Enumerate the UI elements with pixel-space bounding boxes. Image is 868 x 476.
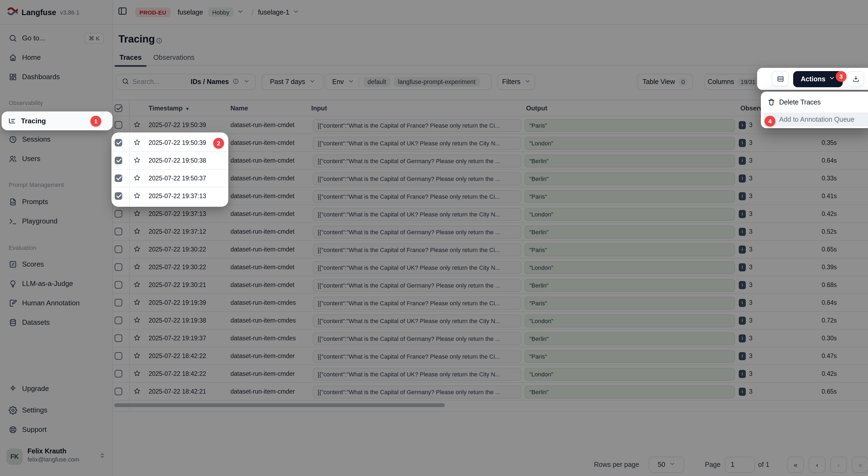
annotation-mark-3: 3 [836,71,846,82]
row-checkbox-checked[interactable] [115,139,122,147]
actions-button[interactable]: Actions [793,71,843,87]
annotation-mark-4: 4 [765,116,775,127]
selected-table-row[interactable]: 2025-07-22 19:37:13 [113,187,227,205]
table-actions-toolbar: Actions 3 [757,68,868,90]
trash-icon [767,98,775,108]
selected-table-row[interactable]: 2025-07-22 19:50:37 [113,170,227,187]
menu-item-add-to-annotation-queue[interactable]: Add to Annotation Queue [764,113,868,127]
screenshot-root: Langfuse v3.86.1 Go to...⌘ KHomeDashboar… [0,0,868,476]
star-icon[interactable] [133,192,141,202]
column-divider [129,187,130,205]
column-divider [129,152,130,169]
cell-timestamp: 2025-07-22 19:50:37 [149,170,206,187]
row-checkbox-checked[interactable] [115,157,122,164]
actions-dropdown-menu: Delete Traces Add to Annotation Queue 4 [761,92,868,128]
dim-overlay [0,0,868,476]
selected-table-row[interactable]: 2025-07-22 19:50:39 [113,134,227,152]
row-height-button[interactable] [772,71,789,87]
row-checkbox-checked[interactable] [115,174,122,182]
star-icon[interactable] [133,174,141,184]
cell-timestamp: 2025-07-22 19:50:39 [149,134,206,152]
selected-table-row[interactable]: 2025-07-22 19:50:38 [113,152,227,170]
tracing-icon [7,117,16,127]
menu-item-delete-traces[interactable]: Delete Traces [761,95,868,110]
annotation-mark-1: 1 [90,116,101,126]
star-icon[interactable] [133,156,141,166]
row-checkbox-checked[interactable] [115,192,122,200]
export-button[interactable] [847,71,864,87]
chevron-down-icon [829,75,835,83]
sidebar-item-tracing[interactable]: Tracing 1 [3,113,111,129]
star-icon[interactable] [133,138,141,149]
column-divider [129,170,130,187]
cell-timestamp: 2025-07-22 19:37:13 [149,187,206,205]
cell-timestamp: 2025-07-22 19:50:38 [149,152,206,170]
annotation-mark-2: 2 [213,137,224,148]
sidebar-item-label: Tracing [21,113,46,129]
selected-rows-highlight: 2025-07-22 19:50:392025-07-22 19:50:3820… [113,134,227,205]
column-divider [129,134,130,151]
